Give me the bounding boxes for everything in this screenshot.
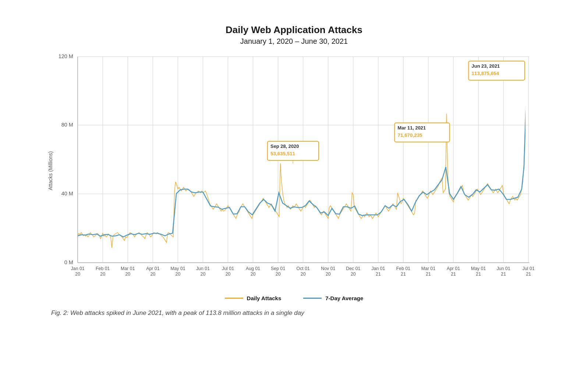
svg-text:80 M: 80 M — [61, 122, 73, 128]
svg-text:21: 21 — [476, 272, 481, 277]
svg-text:Feb 01: Feb 01 — [396, 266, 411, 271]
chart-legend: Daily Attacks 7-Day Average — [51, 295, 537, 301]
svg-text:20: 20 — [276, 272, 281, 277]
svg-text:May 01: May 01 — [471, 266, 486, 271]
svg-text:Jul 01: Jul 01 — [222, 266, 234, 271]
legend-daily: Daily Attacks — [225, 295, 281, 301]
svg-text:Oct 01: Oct 01 — [297, 266, 310, 271]
svg-text:Sep 28, 2020: Sep 28, 2020 — [270, 144, 299, 149]
svg-text:Mar 11, 2021: Mar 11, 2021 — [398, 125, 426, 131]
svg-text:Jun 23, 2021: Jun 23, 2021 — [472, 64, 500, 69]
svg-text:Feb 01: Feb 01 — [96, 266, 110, 271]
svg-text:21: 21 — [501, 272, 506, 277]
svg-text:Mar 01: Mar 01 — [121, 266, 135, 271]
svg-text:21: 21 — [426, 272, 431, 277]
svg-text:Jun 01: Jun 01 — [196, 266, 210, 271]
svg-text:21: 21 — [376, 272, 381, 277]
svg-text:Apr 01: Apr 01 — [146, 266, 160, 271]
y-axis-label: Attacks (Millions) — [47, 151, 53, 190]
svg-text:53,635,511: 53,635,511 — [270, 151, 295, 156]
svg-text:Jan 01: Jan 01 — [371, 266, 385, 271]
svg-text:20: 20 — [201, 272, 206, 277]
chart-title: Daily Web Application Attacks — [51, 24, 537, 36]
svg-text:Jul 01: Jul 01 — [523, 266, 535, 271]
svg-text:20: 20 — [326, 272, 331, 277]
svg-text:20: 20 — [150, 272, 155, 277]
chart-svg: 0 M 40 M 80 M 120 M — [51, 53, 537, 288]
svg-text:20: 20 — [75, 272, 80, 277]
svg-text:Jun 01: Jun 01 — [497, 266, 510, 271]
svg-text:20: 20 — [251, 272, 256, 277]
svg-text:Sep 01: Sep 01 — [271, 266, 285, 271]
chart-subtitle: January 1, 2020 – June 30, 2021 — [51, 37, 537, 46]
svg-text:20: 20 — [351, 272, 356, 277]
svg-text:20: 20 — [226, 272, 231, 277]
svg-text:20: 20 — [176, 272, 181, 277]
legend-daily-label: Daily Attacks — [247, 295, 281, 301]
legend-line-daily — [225, 298, 243, 299]
svg-text:Dec 01: Dec 01 — [346, 266, 360, 271]
chart-container: Daily Web Application Attacks January 1,… — [36, 17, 552, 366]
svg-text:Mar 01: Mar 01 — [421, 266, 436, 271]
svg-text:21: 21 — [451, 272, 456, 277]
legend-avg: 7-Day Average — [303, 295, 363, 301]
svg-text:20: 20 — [301, 272, 306, 277]
legend-line-avg — [303, 298, 322, 299]
svg-text:113,875,654: 113,875,654 — [472, 71, 499, 76]
svg-text:20: 20 — [100, 272, 105, 277]
svg-text:Jan 01: Jan 01 — [71, 266, 85, 271]
svg-text:20: 20 — [125, 272, 130, 277]
svg-text:0 M: 0 M — [64, 259, 73, 265]
svg-text:Apr 01: Apr 01 — [447, 266, 460, 271]
svg-text:21: 21 — [401, 272, 406, 277]
svg-text:40 M: 40 M — [61, 191, 73, 196]
svg-text:May 01: May 01 — [170, 266, 185, 271]
svg-text:Nov 01: Nov 01 — [321, 266, 335, 271]
svg-text:21: 21 — [526, 272, 531, 277]
svg-text:120 M: 120 M — [59, 53, 73, 59]
chart-area: Attacks (Millions) 0 M 40 M 80 M 120 M — [51, 53, 537, 288]
legend-avg-label: 7-Day Average — [325, 295, 363, 301]
svg-text:Aug 01: Aug 01 — [246, 266, 260, 271]
svg-text:71,670,235: 71,670,235 — [398, 132, 422, 138]
chart-caption: Fig. 2: Web attacks spiked in June 2021,… — [51, 309, 537, 317]
